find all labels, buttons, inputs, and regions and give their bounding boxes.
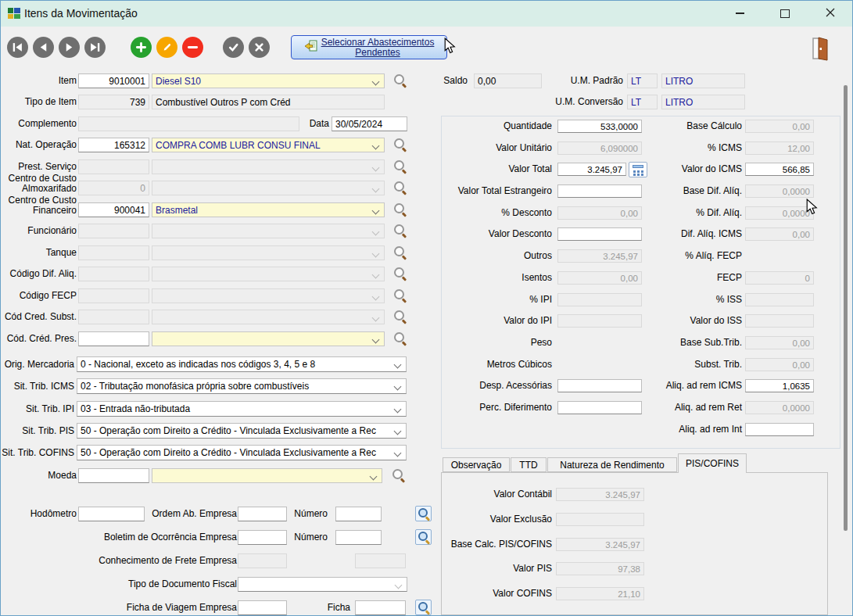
cc-almoxarifado-search-icon[interactable] xyxy=(393,181,408,195)
funcionario-search-icon[interactable] xyxy=(393,224,408,238)
valor-icms-field[interactable]: 566,85 xyxy=(745,163,814,176)
sit-trib-cofins-select[interactable]: 50 - Operação com Direito a Crédito - Vi… xyxy=(77,445,407,460)
sit-trib-pis-select[interactable]: 50 - Operação com Direito a Crédito - Vi… xyxy=(77,423,407,439)
dropdown-icon[interactable] xyxy=(370,473,378,481)
vertical-scrollbar[interactable] xyxy=(844,85,848,531)
valor-unitario-field: 6,090000 xyxy=(557,141,642,155)
dropdown-icon[interactable] xyxy=(394,449,402,457)
dropdown-icon[interactable] xyxy=(372,142,380,150)
pct-dif-aliq-field: 0,0000 xyxy=(745,206,814,220)
ordem-ab-empresa-field[interactable] xyxy=(238,507,287,521)
codigo-fecp-combo xyxy=(152,288,385,303)
cod-cred-pres-search-icon[interactable] xyxy=(393,331,408,346)
delete-button[interactable] xyxy=(182,37,203,58)
ficha-field[interactable] xyxy=(355,600,406,615)
dropdown-icon[interactable] xyxy=(372,207,380,215)
um-conversao-code-field: LT xyxy=(627,95,658,109)
dropdown-icon[interactable] xyxy=(394,361,402,369)
dropdown-icon[interactable] xyxy=(372,78,380,86)
orig-mercadoria-select[interactable]: 0 - Nacional, exceto as indicadas nos có… xyxy=(77,356,407,372)
edit-button[interactable] xyxy=(156,37,177,58)
dropdown-icon[interactable] xyxy=(372,336,380,344)
cod-cred-pres-combo[interactable] xyxy=(152,331,385,346)
um-padrao-desc-field: LITRO xyxy=(661,73,745,88)
boletim-empresa-field[interactable] xyxy=(238,530,287,545)
ordem-ab-numero-field[interactable] xyxy=(335,507,382,521)
nav-last-button[interactable] xyxy=(84,37,106,58)
data-field[interactable]: 30/05/2024 xyxy=(332,116,407,131)
select-pending-button[interactable]: Selecionar AbastecimentosPendentes xyxy=(291,35,447,59)
valor-total-label: Valor Total xyxy=(443,164,552,174)
quantidade-field[interactable]: 533,0000 xyxy=(557,120,642,133)
tanque-search-icon[interactable] xyxy=(393,245,408,260)
desp-acessorias-field[interactable] xyxy=(557,379,642,392)
funcionario-combo xyxy=(152,224,385,238)
boletim-numero-field[interactable] xyxy=(335,530,382,545)
delete-icon xyxy=(187,41,199,53)
boletim-search-icon[interactable] xyxy=(415,529,432,545)
close-button[interactable] xyxy=(812,1,848,26)
tab-natureza-rendimento[interactable]: Natureza de Rendimento xyxy=(547,457,677,472)
codigo-fecp-search-icon[interactable] xyxy=(393,288,408,303)
add-button[interactable] xyxy=(131,37,152,58)
ficha-viagem-empresa-field[interactable] xyxy=(238,600,287,615)
tab-pis-cofins[interactable]: PIS/COFINS xyxy=(678,453,747,473)
sit-trib-ipi-select[interactable]: 03 - Entrada não-tributada xyxy=(77,401,407,417)
cc-financeiro-label: Centro de CustoFinanceiro xyxy=(1,195,77,216)
ficha-search-icon[interactable] xyxy=(415,600,432,615)
base-dif-aliq-field: 0,0000 xyxy=(745,184,814,198)
tab-ttd[interactable]: TTD xyxy=(511,457,547,472)
valor-total-estrangeiro-field[interactable] xyxy=(557,184,642,198)
valor-desconto-field[interactable] xyxy=(557,227,642,241)
calculator-icon[interactable] xyxy=(629,162,647,177)
item-combo[interactable]: Diesel S10 xyxy=(152,73,385,88)
cc-financeiro-search-icon[interactable] xyxy=(393,202,408,217)
complemento-field xyxy=(78,116,299,131)
prest-servico-search-icon[interactable] xyxy=(393,159,408,174)
item-code-field[interactable]: 9010001 xyxy=(78,73,149,88)
exit-button[interactable] xyxy=(811,36,830,64)
nat-operacao-search-icon[interactable] xyxy=(393,138,408,152)
codigo-dif-aliq-search-icon[interactable] xyxy=(393,267,408,281)
valor-total-field[interactable]: 3.245,97 xyxy=(557,163,626,176)
aliq-ad-rem-icms-field[interactable]: 1,0635 xyxy=(745,379,814,392)
window-title: Itens da Movimentação xyxy=(24,7,138,20)
valor-iss-label: Valor do ISS xyxy=(654,316,742,326)
cancel-button[interactable] xyxy=(249,37,270,58)
minimize-button[interactable] xyxy=(722,1,758,26)
sit-trib-icms-select[interactable]: 02 - Tributação monofásica própria sobre… xyxy=(77,378,407,394)
cc-financeiro-combo[interactable]: Brasmetal xyxy=(152,202,385,217)
item-search-icon[interactable] xyxy=(393,73,408,88)
cancel-icon xyxy=(253,41,265,53)
moeda-search-icon[interactable] xyxy=(392,468,407,483)
exit-icon xyxy=(811,36,830,61)
dropdown-icon[interactable] xyxy=(394,428,402,435)
sit-trib-cofins-label: Sit. Trib. COFINS xyxy=(1,448,74,458)
ordem-ab-search-icon[interactable] xyxy=(415,506,432,521)
nav-previous-button[interactable] xyxy=(33,37,54,58)
valor-icms-label: Valor do ICMS xyxy=(654,164,742,174)
base-sub-trib-field: 0,00 xyxy=(745,336,814,349)
maximize-button[interactable] xyxy=(767,1,803,26)
nav-first-button[interactable] xyxy=(7,37,28,58)
select-pending-icon xyxy=(304,40,317,55)
cod-cred-pres-code-field[interactable] xyxy=(78,331,149,346)
tab-observacao[interactable]: Observação xyxy=(443,457,510,472)
cc-almoxarifado-combo xyxy=(152,181,385,195)
nav-next-button[interactable] xyxy=(59,37,80,58)
nat-operacao-combo[interactable]: COMPRA COMB LUBR CONSU FINAL xyxy=(152,138,385,152)
confirm-button[interactable] xyxy=(223,37,244,58)
nat-operacao-code-field[interactable]: 165312 xyxy=(78,138,149,152)
aliq-ad-rem-int-field[interactable] xyxy=(745,423,814,436)
dropdown-icon[interactable] xyxy=(394,383,402,391)
cod-cred-subst-search-icon[interactable] xyxy=(393,310,408,324)
tipo-doc-fiscal-select[interactable] xyxy=(238,577,407,592)
moeda-combo[interactable] xyxy=(152,468,382,483)
tanque-label: Tanque xyxy=(1,248,77,258)
cc-financeiro-code-field[interactable]: 900041 xyxy=(78,202,149,217)
moeda-code-field[interactable] xyxy=(78,468,149,483)
dropdown-icon[interactable] xyxy=(394,406,402,414)
perc-diferimento-field[interactable] xyxy=(557,401,642,414)
dropdown-icon[interactable] xyxy=(395,582,403,589)
conhecimento-frete-empresa-field xyxy=(238,553,287,568)
